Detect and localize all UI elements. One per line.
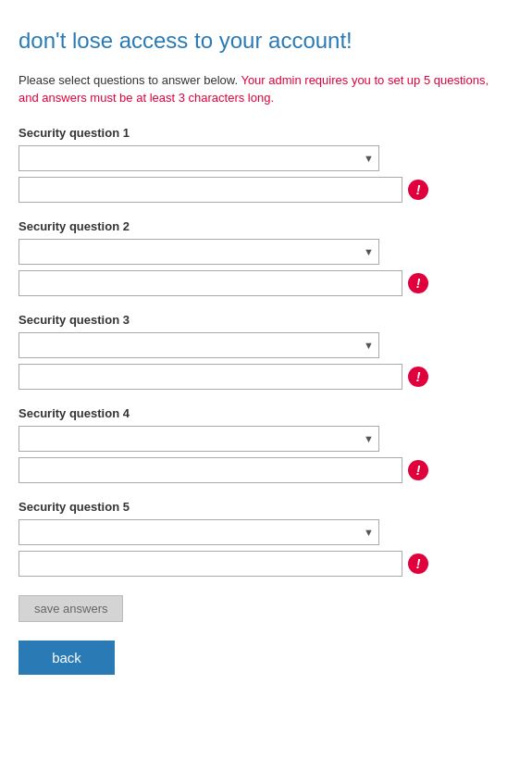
page-title: don't lose access to your account! bbox=[19, 28, 504, 55]
description-static: Please select questions to answer below. bbox=[19, 73, 241, 87]
error-icon-3: ! bbox=[408, 367, 428, 387]
answer-input-2[interactable] bbox=[19, 270, 402, 296]
question-group-5: Security question 5 ▼ ! bbox=[19, 500, 504, 577]
select-wrapper-3: ▼ bbox=[19, 332, 379, 358]
description: Please select questions to answer below.… bbox=[19, 71, 504, 107]
error-icon-5: ! bbox=[408, 554, 428, 574]
questions-container: Security question 1 ▼ ! Security questio… bbox=[19, 126, 504, 577]
back-button[interactable]: back bbox=[19, 641, 115, 675]
error-icon-2: ! bbox=[408, 273, 428, 293]
question-group-4: Security question 4 ▼ ! bbox=[19, 406, 504, 483]
select-wrapper-2: ▼ bbox=[19, 239, 379, 265]
answer-input-5[interactable] bbox=[19, 551, 402, 577]
answer-row-1: ! bbox=[19, 177, 504, 203]
question-label-3: Security question 3 bbox=[19, 313, 504, 327]
answer-input-4[interactable] bbox=[19, 457, 402, 483]
answer-row-3: ! bbox=[19, 364, 504, 390]
save-answers-button[interactable]: save answers bbox=[19, 595, 123, 622]
answer-input-3[interactable] bbox=[19, 364, 402, 390]
question-label-2: Security question 2 bbox=[19, 219, 504, 233]
question-label-4: Security question 4 bbox=[19, 406, 504, 420]
answer-row-5: ! bbox=[19, 551, 504, 577]
select-wrapper-4: ▼ bbox=[19, 426, 379, 452]
select-wrapper-1: ▼ bbox=[19, 145, 379, 171]
error-icon-4: ! bbox=[408, 460, 428, 480]
security-question-select-4[interactable] bbox=[19, 426, 379, 452]
security-question-select-1[interactable] bbox=[19, 145, 379, 171]
answer-input-1[interactable] bbox=[19, 177, 402, 203]
security-question-select-3[interactable] bbox=[19, 332, 379, 358]
security-question-select-2[interactable] bbox=[19, 239, 379, 265]
error-icon-1: ! bbox=[408, 180, 428, 200]
question-group-3: Security question 3 ▼ ! bbox=[19, 313, 504, 390]
answer-row-2: ! bbox=[19, 270, 504, 296]
question-label-1: Security question 1 bbox=[19, 126, 504, 140]
answer-row-4: ! bbox=[19, 457, 504, 483]
security-question-select-5[interactable] bbox=[19, 519, 379, 545]
select-wrapper-5: ▼ bbox=[19, 519, 379, 545]
question-label-5: Security question 5 bbox=[19, 500, 504, 514]
actions: save answers bbox=[19, 595, 504, 622]
question-group-2: Security question 2 ▼ ! bbox=[19, 219, 504, 296]
question-group-1: Security question 1 ▼ ! bbox=[19, 126, 504, 203]
